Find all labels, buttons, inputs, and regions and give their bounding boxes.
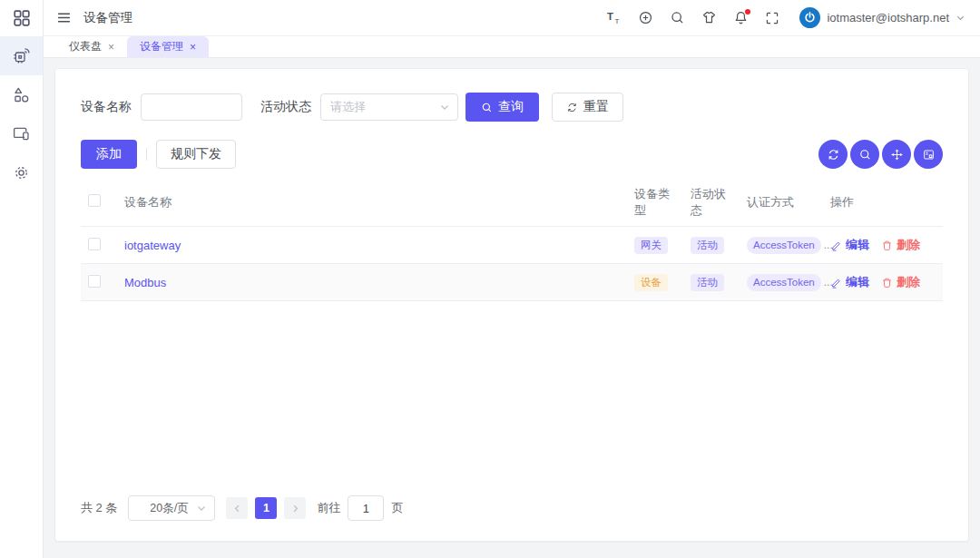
svg-text:T: T [607, 11, 613, 22]
pagination: 共 2 条 20条/页 1 [81, 495, 943, 524]
status-select-placeholder: 请选择 [330, 99, 439, 115]
filter-row: 设备名称 活动状态 请选择 查询 重置 [81, 93, 943, 122]
sidebar [0, 0, 44, 558]
table-search-button[interactable] [850, 140, 879, 169]
refresh-icon [566, 102, 578, 113]
page-size-select[interactable]: 20条/页 [128, 495, 215, 521]
language-icon[interactable]: TT [603, 8, 623, 28]
tab-close-icon[interactable]: × [190, 41, 196, 54]
move-resize-icon [890, 148, 904, 162]
device-link[interactable]: iotgateway [124, 239, 181, 252]
trash-icon [881, 240, 893, 251]
goto-page-input[interactable] [348, 495, 384, 521]
table-size-button[interactable] [882, 140, 911, 169]
auth-tag: AccessToken [747, 274, 821, 291]
topbar: 设备管理 TT [44, 0, 980, 36]
search-icon [481, 102, 493, 113]
status-select[interactable]: 请选择 [320, 93, 458, 121]
device-name-label: 设备名称 [81, 99, 132, 115]
reset-button[interactable]: 重置 [552, 93, 623, 122]
search-icon[interactable] [667, 8, 687, 28]
edit-button[interactable]: 编辑 [830, 237, 869, 253]
auth-tag: AccessToken [747, 237, 821, 254]
chevron-right-icon [290, 504, 300, 514]
tab-dashboard[interactable]: 仪表盘 × [56, 36, 127, 57]
app-root: 设备管理 TT [0, 0, 980, 558]
device-link[interactable]: Modbus [124, 276, 166, 289]
table-row: iotgateway 网关 活动 AccessToken... 编辑 [81, 227, 943, 264]
trash-icon [881, 277, 893, 289]
refresh-button[interactable] [818, 140, 848, 169]
chevron-down-icon [439, 102, 450, 113]
device-type-tag: 网关 [634, 237, 668, 254]
device-name-input[interactable] [141, 93, 242, 121]
main-column: 设备管理 TT [44, 0, 980, 558]
table-empty-space [81, 301, 943, 495]
page-title: 设备管理 [83, 10, 132, 26]
row-checkbox[interactable] [88, 275, 101, 288]
goto-page: 前往 页 [317, 495, 403, 521]
status-tag: 活动 [691, 237, 724, 254]
col-status: 活动状态 [683, 181, 740, 227]
add-button[interactable]: 添加 [81, 140, 137, 169]
sidebar-item-screens[interactable] [0, 114, 43, 153]
tab-label: 仪表盘 [69, 39, 102, 54]
divider [146, 148, 147, 161]
app-logo-icon[interactable] [0, 0, 43, 36]
content-area: 设备名称 活动状态 请选择 查询 重置 [44, 58, 980, 558]
delete-button[interactable]: 删除 [881, 237, 920, 253]
sidebar-item-rules[interactable] [0, 75, 43, 114]
topbar-actions: TT [603, 7, 965, 28]
select-all-checkbox[interactable] [88, 194, 101, 207]
col-device-name: 设备名称 [117, 181, 627, 227]
row-checkbox[interactable] [88, 238, 101, 250]
toolbar-row: 添加 规则下发 [81, 140, 943, 169]
col-auth: 认证方式 [740, 181, 823, 227]
next-page-button[interactable] [284, 497, 306, 519]
chevron-left-icon [232, 504, 242, 514]
pencil-icon [830, 240, 842, 251]
col-ops: 操作 [823, 181, 943, 227]
column-settings-button[interactable] [914, 140, 943, 169]
column-settings-icon [922, 148, 936, 162]
svg-text:T: T [614, 17, 619, 25]
refresh-icon [827, 148, 840, 162]
tab-label: 设备管理 [140, 39, 183, 54]
notification-dot [745, 9, 750, 15]
rule-dispatch-button[interactable]: 规则下发 [156, 140, 236, 169]
fullscreen-icon[interactable] [762, 8, 782, 28]
table-header-row: 设备名称 设备类型 活动状态 认证方式 操作 [81, 181, 943, 227]
menu-toggle-icon[interactable] [56, 10, 72, 25]
prev-page-button[interactable] [226, 497, 248, 519]
search-icon [858, 148, 872, 162]
user-email: iotmaster@iotsharp.net [827, 11, 949, 24]
device-type-tag: 设备 [634, 274, 668, 291]
chevron-down-icon [956, 13, 965, 23]
goto-label: 前往 [317, 500, 340, 516]
pencil-icon [830, 277, 842, 289]
table-tools [818, 140, 943, 169]
chevron-down-icon [196, 503, 207, 514]
user-menu[interactable]: iotmaster@iotsharp.net [799, 7, 965, 28]
pager: 1 [226, 497, 306, 519]
edit-button[interactable]: 编辑 [830, 274, 869, 290]
sidebar-item-devices[interactable] [0, 36, 43, 75]
device-card: 设备名称 活动状态 请选择 查询 重置 [54, 68, 969, 542]
status-label: 活动状态 [260, 99, 311, 115]
user-avatar [799, 7, 820, 28]
theme-skin-icon[interactable] [699, 8, 719, 28]
device-table: 设备名称 设备类型 活动状态 认证方式 操作 iotgateway 网关 活动 [81, 181, 943, 301]
page-unit-label: 页 [391, 500, 403, 516]
page-number-button[interactable]: 1 [255, 497, 277, 519]
zoom-circle-icon[interactable] [635, 8, 655, 28]
delete-button[interactable]: 删除 [881, 274, 920, 290]
tab-device-management[interactable]: 设备管理 × [127, 36, 209, 57]
table-row: Modbus 设备 活动 AccessToken... 编辑 [81, 264, 943, 301]
tab-bar: 仪表盘 × 设备管理 × [44, 36, 980, 58]
sidebar-item-settings[interactable] [0, 153, 43, 192]
status-tag: 活动 [691, 274, 724, 291]
query-button[interactable]: 查询 [466, 93, 539, 122]
total-count: 共 2 条 [81, 500, 117, 516]
notifications-bell-icon[interactable] [730, 8, 750, 28]
tab-close-icon[interactable]: × [108, 41, 114, 54]
